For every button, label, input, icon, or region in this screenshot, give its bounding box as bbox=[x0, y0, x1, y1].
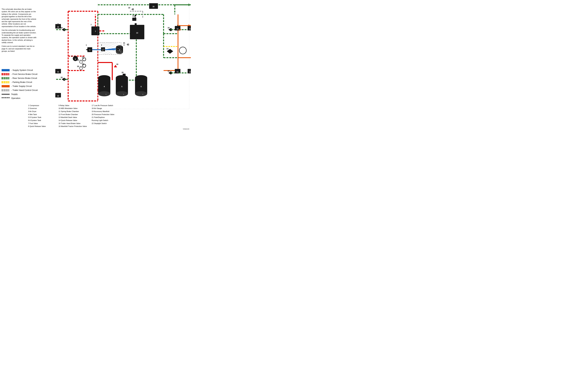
comp-1-arrow bbox=[86, 49, 87, 50]
part-21: 21 Park/Daytime bbox=[92, 116, 117, 119]
comp-10-num-rt: 10 bbox=[168, 27, 170, 29]
part-1: 1 Compressor bbox=[28, 104, 54, 107]
description-text: This schematic describes the air brake s… bbox=[2, 8, 37, 53]
supply-system-color bbox=[2, 69, 10, 71]
part-5: 5 B System Tank bbox=[28, 116, 54, 119]
comp-19-num: 19 bbox=[116, 63, 118, 65]
comp-20-num: 20 bbox=[122, 72, 124, 73]
comp-6-label: 6 bbox=[141, 86, 142, 88]
part-20: 20 Pressure Protection Valve bbox=[92, 113, 117, 116]
comp-4-label: 4 bbox=[104, 86, 105, 88]
comp-11-rt-label: 11 bbox=[176, 28, 178, 30]
parts-col-3: 17 Low Air Pressure Switch 18 Air Gauge … bbox=[92, 104, 117, 128]
front-service-label: - Front Service Brake Circuit bbox=[11, 73, 37, 75]
legend-supply-system: - Supply System Circuit bbox=[2, 69, 45, 71]
legend-front-service: - Front Service Brake Circuit bbox=[2, 73, 45, 75]
part-21b: Running Light Switch bbox=[92, 119, 117, 122]
comp-2-label: 2 bbox=[102, 49, 103, 51]
parts-col-2: 9 Relay Valve 10 ABS Modulator Valve 11 … bbox=[59, 104, 87, 128]
comp-15-box bbox=[132, 18, 136, 21]
diagram: 1 1 2 2 3 3 4 + 5 + bbox=[43, 2, 191, 112]
comp-6-plus: + bbox=[143, 93, 143, 95]
part-10: 10 ABS Modulator Valve bbox=[59, 107, 87, 110]
part-4: 4 Wet Tank bbox=[28, 113, 54, 116]
parts-col-1: 1 Compressor 2 Governor 3 Air Dryer 4 We… bbox=[28, 104, 54, 128]
comp-11-lb-label: 11 bbox=[57, 71, 59, 73]
legend-trailer-hand: - Trailer Hand Control Circuit bbox=[2, 89, 45, 91]
supply-system-label: - Supply System Circuit bbox=[11, 69, 33, 71]
part-8: 8 Quick Release Valve bbox=[28, 125, 54, 128]
comp-10-num-rb: 10 bbox=[168, 70, 170, 72]
desc-para3: Colors are to current standard ( see lis… bbox=[2, 45, 37, 52]
comp-6-bottom bbox=[135, 91, 147, 96]
comp-7-num: 7 bbox=[91, 24, 92, 26]
legend: - Supply System Circuit - Front Service … bbox=[2, 69, 45, 101]
comp-5-label: 5 bbox=[121, 86, 122, 88]
trailer-hand-color bbox=[2, 89, 10, 91]
part-17: 17 Low Air Pressure Switch bbox=[92, 104, 117, 107]
comp-18-num-l: 18 bbox=[77, 65, 79, 67]
legend-supply-line: Supply bbox=[2, 93, 45, 95]
hatch-5 bbox=[109, 43, 121, 45]
comp-5-bottom bbox=[116, 91, 128, 96]
rear-service-color bbox=[2, 77, 10, 79]
supply-line-indicator bbox=[2, 94, 10, 94]
part-3: 3 Air Dryer bbox=[28, 110, 54, 113]
operation-line-indicator bbox=[2, 97, 10, 99]
trailer-hand-label: - Trailer Hand Control Circuit bbox=[11, 89, 38, 91]
operation-line-label: Operation bbox=[11, 97, 20, 99]
desc-para1: This schematic describes the air brake s… bbox=[2, 8, 37, 28]
comp-21-num: 21 bbox=[123, 42, 125, 44]
part-18: 18 Air Gauge bbox=[92, 107, 117, 110]
version: V560228 bbox=[183, 128, 189, 130]
comp-8-num: 8 bbox=[71, 55, 72, 57]
comp-22-num: 22 bbox=[128, 7, 130, 9]
part-19: 19 Accessory Manifold bbox=[92, 110, 117, 113]
comp-3-num: 3 bbox=[124, 44, 125, 46]
front-service-color bbox=[2, 73, 10, 75]
part-2: 2 Governor bbox=[28, 107, 54, 110]
comp-12-ll-label: 12 bbox=[57, 95, 59, 97]
comp-16-label: 16 bbox=[153, 6, 154, 8]
legend-line-types: Supply Operation bbox=[2, 93, 45, 99]
comp-4-plus: + bbox=[106, 93, 107, 95]
comp-18-num-u: 18 bbox=[77, 59, 79, 61]
comp-1-label: 1 bbox=[89, 49, 90, 51]
comp-4-bottom bbox=[98, 91, 110, 96]
legend-operation-line: Operation bbox=[2, 97, 45, 99]
part-9: 9 Relay Valve bbox=[59, 104, 87, 107]
comp-3-label: 3 bbox=[119, 49, 120, 51]
rear-service-label: - Rear Service Brake Circuit bbox=[11, 77, 37, 79]
page-container: This schematic describes the air brake s… bbox=[0, 0, 191, 131]
trailer-supply-label: - Trailer Supply Circuit bbox=[11, 85, 32, 87]
comp-14-num: 14 bbox=[166, 48, 169, 50]
part-22: 22 Stoplight Switch bbox=[92, 122, 117, 125]
comp-15-num: 15 bbox=[132, 15, 134, 17]
legend-parking: - Parking Brake Circuit bbox=[2, 81, 45, 83]
comp-11-frt-label: 11 bbox=[189, 28, 191, 30]
comp-15-knob bbox=[135, 15, 136, 16]
hatch-4 bbox=[106, 43, 121, 47]
comp-20-box bbox=[123, 74, 126, 77]
part-14: 14 Quick Release Valve bbox=[59, 119, 87, 122]
legend-rear-service: - Rear Service Brake Circuit bbox=[2, 77, 45, 79]
part-15: 15 Trailer Hand Brake Valve bbox=[59, 122, 87, 125]
comp-5-plus: + bbox=[123, 93, 124, 95]
legend-trailer-supply: - Trailer Supply Circuit bbox=[2, 85, 45, 87]
comp-17-upper bbox=[83, 58, 86, 61]
hatch-8 bbox=[98, 51, 108, 55]
part-6: 6 A System Tank bbox=[28, 119, 54, 122]
schematic-svg: 1 1 2 2 3 3 4 + 5 + bbox=[43, 2, 191, 112]
parking-label: - Parking Brake Circuit bbox=[11, 81, 32, 83]
comp-9-label: 9 bbox=[182, 50, 183, 52]
part-13: 13 Manifold Dash Valve bbox=[59, 116, 87, 119]
parking-color bbox=[2, 81, 10, 83]
comp-13-label: 13 bbox=[136, 32, 138, 34]
comp-17-num-l: 17 bbox=[82, 63, 84, 65]
comp-8-label: 8 bbox=[75, 58, 76, 60]
part-16: 16 Manifold Tractor Protection Valve bbox=[59, 125, 87, 128]
part-12: 12 Front Brake Chamber bbox=[59, 113, 87, 116]
comp-11-rb-label: 11 bbox=[176, 71, 178, 73]
comp-19-arrow bbox=[114, 65, 117, 67]
part-7: 7 Foot Valve bbox=[28, 122, 54, 125]
